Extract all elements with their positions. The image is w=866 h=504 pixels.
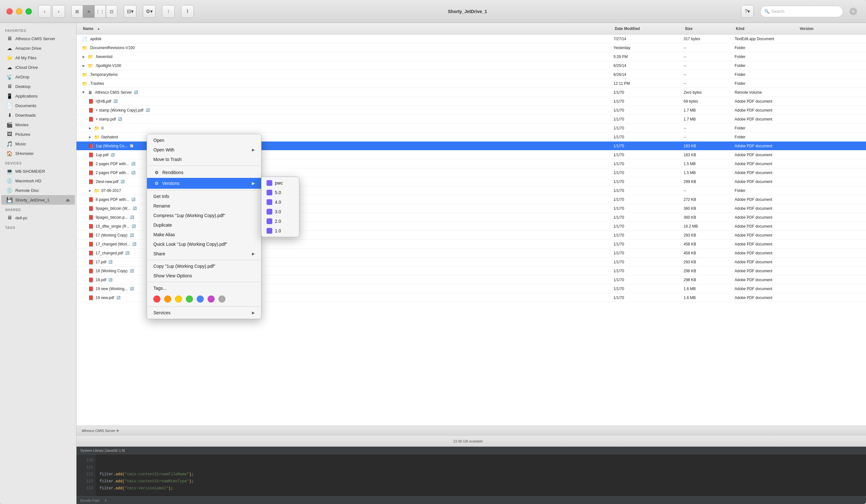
table-row[interactable]: 📄 .apdisk 7/27/14 317 bytes TextEdit.app…	[77, 34, 866, 43]
view-list-button[interactable]: ≡	[83, 5, 95, 18]
menu-item-copy-name[interactable]: Copy "1up (Working Copy).pdf"	[147, 261, 261, 271]
menu-item-share[interactable]: Share ▶	[147, 249, 261, 259]
sidebar-item-all-my-files[interactable]: ⭐ All My Files	[1, 53, 75, 63]
sidebar-item-amazon[interactable]: ☁ Amazon Drive	[1, 43, 75, 53]
disclosure-triangle-icon[interactable]: ▶	[88, 135, 92, 139]
sidebar-item-alfresco[interactable]: 🖥 Alfresco CMIS Server	[1, 34, 75, 43]
sidebar-item-music[interactable]: 🎵 Music	[1, 139, 75, 148]
sidebar-item-movies[interactable]: 🎬 Movies	[1, 120, 75, 130]
disclosure-triangle-icon[interactable]: ▶	[82, 55, 86, 59]
table-row[interactable]: 📁 .DocumentRevisions-V100 Yesterday -- F…	[77, 43, 866, 52]
menu-item-show-view-options[interactable]: Show View Options	[147, 271, 261, 281]
col-header-kind[interactable]: Kind	[735, 26, 798, 31]
gallery-view-button[interactable]: ⊟▾	[124, 5, 136, 18]
menu-item-renditions[interactable]: ⚙ Renditions	[147, 167, 261, 178]
menu-item-compress[interactable]: Compress "1up (Working Copy).pdf"	[147, 211, 261, 220]
table-row[interactable]: 📁 .Trashes 12:11 PM -- Folder	[77, 79, 866, 88]
version-item-4[interactable]: 4.0	[262, 197, 299, 207]
color-tag-orange[interactable]	[164, 295, 171, 303]
sidebar-item-airdrop[interactable]: 📡 AirDrop	[1, 72, 75, 82]
maximize-button[interactable]	[25, 8, 32, 15]
sidebar-item-icloud[interactable]: ☁ iCloud Drive	[1, 63, 75, 72]
table-row[interactable]: ▶ 📁 .fseventsd 5:28 PM -- Folder	[77, 52, 866, 61]
sidebar-item-downloads[interactable]: ⬇ Downloads	[1, 110, 75, 120]
alfresco-icon: 🖥	[7, 35, 13, 42]
close-button[interactable]	[7, 8, 13, 15]
view-icon-button[interactable]: ⊞	[71, 5, 83, 18]
version-item-pwc[interactable]: pwc	[262, 178, 299, 188]
version-label: 2.0	[275, 219, 281, 224]
table-row[interactable]: 📕 + stamp.pdf 🔄 1/1/70 1.7 MB Adobe PDF …	[77, 115, 866, 124]
table-row[interactable]: ▶ 📁 0 1/1/70 -- Folder	[77, 124, 866, 133]
sidebar-item-shorty-jetdrive[interactable]: 💾 Shorty_JetDrive_1 ⏏	[1, 195, 75, 205]
forward-button[interactable]: ›	[52, 5, 65, 18]
sidebar-item-macintosh-hd[interactable]: 💿 Macintosh HD	[1, 176, 75, 186]
version-icon	[267, 219, 272, 224]
folder-icon: 📁	[94, 188, 99, 193]
table-row[interactable]: 📁 .TemporaryItems 6/26/14 -- Folder	[77, 70, 866, 79]
table-row[interactable]: ▶ 🖥 Alfresco CMIS Server 🔄 1/1/70 Zero b…	[77, 88, 866, 97]
sidebar-item-applications[interactable]: 📱 Applications	[1, 91, 75, 101]
color-tag-red[interactable]	[153, 295, 160, 303]
back-button[interactable]: ‹	[38, 5, 51, 18]
table-row[interactable]: ▶ 📁 .Spotlight-V100 6/25/14 -- Folder	[77, 61, 866, 70]
sidebar-item-remote-disc[interactable]: 💿 Remote Disc	[1, 186, 75, 195]
version-item-2[interactable]: 2.0	[262, 216, 299, 226]
breadcrumb-alfresco[interactable]: Alfresco CMIS Server	[82, 429, 115, 433]
code-content[interactable]: filter .add( "cmis:contentStreamFileName…	[96, 454, 866, 496]
sidebar-item-dell-pc[interactable]: 🖥 dell-pc	[1, 213, 75, 223]
table-row[interactable]: 📕 !@#$.pdf 🔄 1/1/70 69 bytes Adobe PDF d…	[77, 97, 866, 106]
menu-item-quick-look[interactable]: Quick Look "1up (Working Copy).pdf"	[147, 239, 261, 249]
search-box[interactable]: 🔍 Search	[760, 6, 843, 17]
disclosure-triangle-icon[interactable]: ▶	[88, 189, 92, 192]
menu-item-open-with[interactable]: Open With ▶	[147, 145, 261, 155]
menu-item-services[interactable]: Services ▶	[147, 308, 261, 317]
col-header-version[interactable]: Version	[798, 26, 862, 31]
version-item-5[interactable]: 5.0	[262, 188, 299, 197]
disclosure-triangle-icon[interactable]: ▶	[88, 126, 92, 130]
code-line: filter .add( "cmis:contentStreamMimeType…	[99, 478, 862, 485]
help-button[interactable]: ?▾	[741, 5, 754, 18]
menu-item-versions[interactable]: ⚙ Versions ▶ pwc 5.0 4.0 3.0 2.0	[147, 178, 261, 189]
col-header-date[interactable]: Date Modified	[613, 26, 684, 31]
action-button[interactable]: ⚙▾	[143, 5, 156, 18]
color-tag-gray[interactable]	[219, 295, 225, 303]
menu-item-get-info[interactable]: Get Info	[147, 192, 261, 201]
view-cover-button[interactable]: ⊡	[106, 5, 117, 18]
menu-item-open[interactable]: Open	[147, 135, 261, 145]
view-columns-button[interactable]: ⋮⋮	[95, 5, 106, 18]
sidebar-item-shomeier[interactable]: 🏠 SHomeier	[1, 148, 75, 158]
sidebar-item-desktop[interactable]: 🖥 Desktop	[1, 82, 75, 91]
sync-icon: 🔄	[125, 251, 130, 255]
pdf-icon: 📕	[88, 277, 94, 283]
pdf-icon: 📕	[88, 295, 94, 301]
file-date: 1/1/70	[613, 153, 684, 157]
disclosure-triangle-icon[interactable]: ▶	[82, 91, 86, 94]
file-date: 1/1/70	[613, 90, 684, 95]
color-tag-blue[interactable]	[197, 295, 204, 303]
color-tag-green[interactable]	[186, 295, 193, 303]
sidebar-item-documents[interactable]: 📄 Documents	[1, 101, 75, 110]
eject-button[interactable]: ⏏	[66, 197, 70, 202]
disclosure-triangle-icon[interactable]: ▶	[82, 64, 86, 68]
version-item-1[interactable]: 1.0	[262, 226, 299, 236]
version-item-3[interactable]: 3.0	[262, 207, 299, 216]
menu-item-make-alias[interactable]: Make Alias	[147, 230, 261, 239]
sidebar-item-mb-shomeier[interactable]: 💻 MB-SHOMEIER	[1, 166, 75, 176]
share-button[interactable]: ↑	[162, 5, 175, 18]
col-header-name[interactable]: Name ▲	[80, 26, 613, 31]
color-tag-yellow[interactable]	[175, 295, 182, 303]
menu-item-move-to-trash[interactable]: Move to Trash	[147, 155, 261, 164]
sidebar-item-pictures[interactable]: 🖼 Pictures	[1, 130, 75, 139]
minimize-button[interactable]	[16, 8, 22, 15]
add-tab-button[interactable]: +	[850, 8, 857, 15]
code-token: .add(	[113, 479, 125, 484]
file-kind: Adobe PDF document	[735, 108, 798, 113]
table-row[interactable]: 📕 + stamp (Working Copy).pdf 🔄 1/1/70 1.…	[77, 106, 866, 115]
menu-item-rename[interactable]: Rename	[147, 201, 261, 211]
col-header-size[interactable]: Size	[684, 26, 735, 31]
menu-item-duplicate[interactable]: Duplicate	[147, 220, 261, 230]
color-tag-purple[interactable]	[208, 295, 214, 303]
menu-item-tags[interactable]: Tags...	[147, 283, 261, 293]
link-button[interactable]: ⌇	[181, 5, 194, 18]
